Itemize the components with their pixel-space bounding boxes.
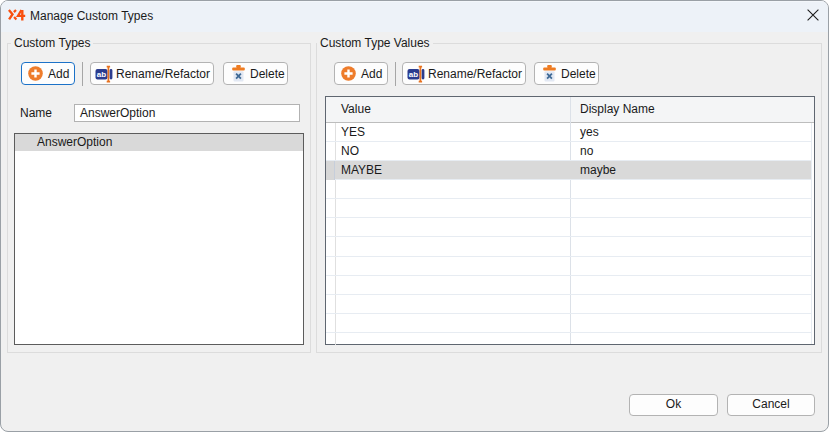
- svg-text:ab: ab: [409, 70, 418, 79]
- svg-text:ab: ab: [97, 70, 106, 79]
